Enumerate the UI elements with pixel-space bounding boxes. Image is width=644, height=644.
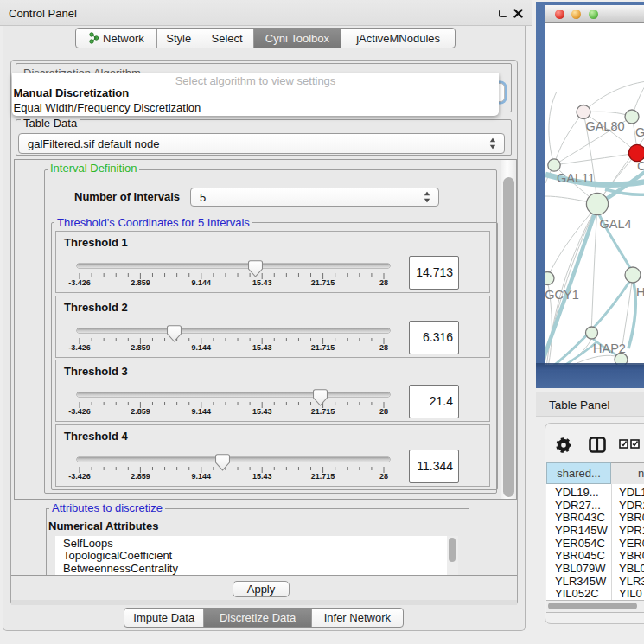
svg-text:G.: G. bbox=[635, 125, 644, 139]
svg-text:H: H bbox=[636, 285, 644, 299]
svg-text:GAL11: GAL11 bbox=[557, 171, 595, 185]
svg-text:C: C bbox=[637, 159, 644, 173]
svg-text:GAL4: GAL4 bbox=[599, 217, 631, 231]
svg-text:HAP2: HAP2 bbox=[593, 341, 626, 355]
svg-text:GAL80: GAL80 bbox=[585, 119, 624, 133]
svg-text:GCY1: GCY1 bbox=[545, 288, 579, 302]
